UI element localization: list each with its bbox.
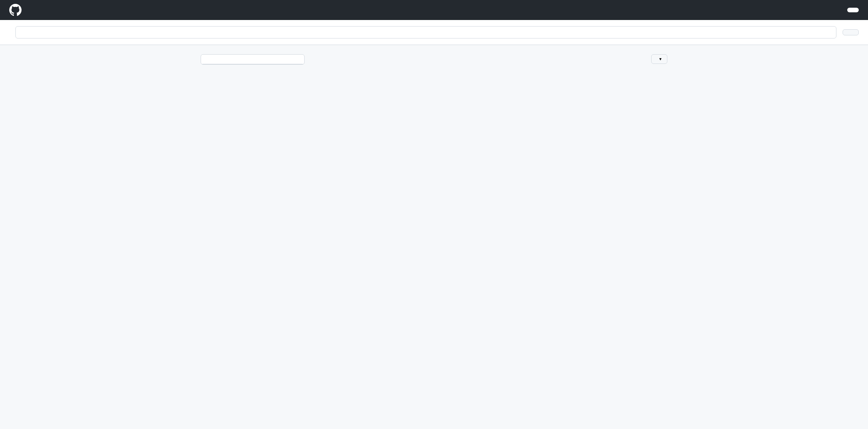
- chevron-down-icon: ▼: [659, 57, 662, 61]
- results-header: ▼: [314, 54, 667, 64]
- page-body: ▼: [191, 45, 677, 81]
- nav-logo: [9, 4, 25, 16]
- search-header: [0, 20, 868, 45]
- main-content: ▼: [314, 54, 667, 72]
- sidebar-card: [201, 54, 305, 65]
- nav-bar: [0, 0, 868, 20]
- sort-button[interactable]: ▼: [651, 54, 667, 64]
- signup-button[interactable]: [847, 8, 859, 12]
- github-logo-icon: [9, 4, 22, 16]
- sidebar-title: [201, 55, 304, 64]
- search-button[interactable]: [843, 29, 859, 35]
- search-input[interactable]: [15, 26, 836, 38]
- sidebar: [201, 54, 305, 72]
